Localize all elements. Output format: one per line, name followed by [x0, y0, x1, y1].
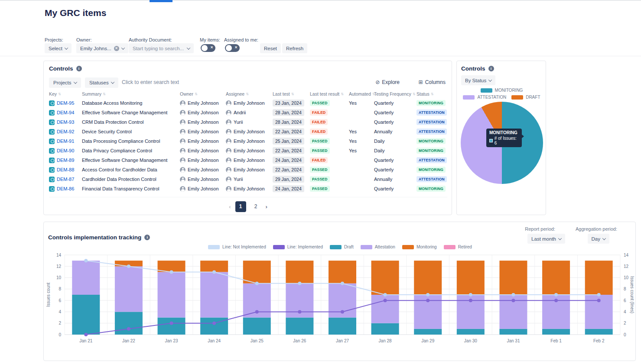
cell-assignee: Yurii: [226, 177, 273, 182]
page-button-2[interactable]: 2: [251, 201, 261, 212]
legend-swatch: [330, 245, 342, 249]
svg-text:Jan 25: Jan 25: [251, 338, 264, 343]
column-header-key[interactable]: Key⇅: [49, 91, 82, 97]
cell-assignee: Emily Johnson: [226, 186, 273, 192]
status-badge: MONITORING: [416, 186, 446, 192]
projects-filter-select[interactable]: Select: [45, 43, 72, 53]
chevron-down-icon: [488, 78, 492, 81]
cell-summary: Data Processing Compliance Control: [82, 139, 180, 144]
svg-text:Jan 31: Jan 31: [507, 338, 520, 343]
pie-tooltip: MONITORING # of Issues: 6: [486, 129, 522, 147]
legend-swatch: [463, 95, 475, 100]
table-row: DEM-92Device Security ControlEmily Johns…: [49, 127, 447, 136]
svg-text:Jan 24: Jan 24: [208, 338, 221, 343]
person-icon: [180, 110, 185, 116]
divider: [0, 56, 641, 56]
pagination: ‹12›: [49, 197, 447, 212]
cell-status: MONITORING: [416, 167, 447, 173]
pie-legend-item[interactable]: ATTESTATION: [463, 95, 506, 100]
issue-key-link[interactable]: DEM-92: [57, 129, 74, 134]
status-badge: MONITORING: [416, 100, 446, 106]
pie-legend-item[interactable]: MONITORING: [481, 88, 523, 93]
column-header-last-test-result[interactable]: Last test result⇅: [310, 91, 349, 97]
by-status-select[interactable]: By Status: [461, 75, 495, 85]
table-row: DEM-90Data Privacy Compliance ControlEmi…: [49, 146, 447, 155]
assigned-to-me-toggle[interactable]: ✕: [225, 44, 240, 52]
sort-arrows-icon: ⇅: [58, 92, 61, 96]
explore-button[interactable]: ⊘ Explore: [375, 79, 400, 85]
cell-summary: Device Security Control: [82, 129, 180, 134]
table-projects-filter[interactable]: Projects: [49, 77, 81, 88]
person-icon: [226, 139, 231, 144]
top-divider: [0, 0, 641, 1]
control-type-icon: [49, 167, 55, 173]
info-icon[interactable]: i: [488, 66, 494, 71]
svg-text:Jan 29: Jan 29: [421, 338, 434, 343]
cell-owner: Emily Johnson: [180, 139, 226, 144]
cell-status: MONITORING: [416, 138, 447, 144]
issue-key-link[interactable]: DEM-95: [57, 100, 74, 106]
result-badge: PASSED: [310, 167, 330, 173]
prev-page-button[interactable]: ‹: [229, 203, 231, 210]
cell-assignee: Andrii: [226, 110, 273, 116]
owner-filter-select[interactable]: Emily Johns... ✕: [76, 43, 128, 53]
column-header-status[interactable]: Status⇅: [416, 91, 447, 97]
issue-key-link[interactable]: DEM-91: [57, 139, 74, 144]
table-row: DEM-91Data Processing Compliance Control…: [49, 136, 447, 146]
reset-button[interactable]: Reset: [260, 43, 281, 53]
column-header-testing-frequency[interactable]: Testing Frequency⇅: [374, 91, 416, 97]
control-type-icon: [49, 119, 55, 125]
cell-summary: Database Access Monitoring: [82, 100, 180, 106]
cell-summary: Effective Software Change Management: [82, 110, 180, 115]
cell-key: DEM-95: [49, 100, 82, 106]
cell-status: ATTESTATION: [416, 157, 447, 163]
circle-x-icon[interactable]: ✕: [114, 46, 119, 51]
report-period-select[interactable]: Last month: [527, 234, 565, 244]
my-items-toggle[interactable]: ✕: [201, 44, 215, 52]
info-icon[interactable]: i: [144, 235, 150, 240]
issue-key-link[interactable]: DEM-88: [57, 167, 74, 172]
columns-button[interactable]: ⊞ Columns: [419, 79, 446, 85]
table-search-input[interactable]: Click to enter search text: [122, 79, 179, 85]
by-status-value: By Status: [465, 78, 486, 83]
aggregation-period-label: Aggregation period:: [576, 226, 617, 232]
issue-key-link[interactable]: DEM-90: [57, 148, 74, 153]
table-statuses-filter[interactable]: Statuses: [85, 77, 118, 88]
issue-key-link[interactable]: DEM-86: [57, 186, 74, 191]
issue-key-link[interactable]: DEM-87: [57, 177, 74, 182]
svg-text:12: 12: [56, 264, 62, 269]
authority-document-select[interactable]: Start typing to search...: [129, 43, 194, 53]
aggregation-period-select[interactable]: Day: [588, 234, 609, 244]
column-header-label: Summary: [82, 91, 101, 97]
cell-automated: Yes: [349, 100, 374, 106]
svg-text:Jan 21: Jan 21: [79, 338, 92, 343]
legend-swatch: [208, 245, 220, 249]
column-header-owner[interactable]: Owner⇅: [180, 91, 226, 97]
pie-legend-item[interactable]: DRAFT: [511, 95, 540, 100]
chevron-down-icon: [65, 46, 68, 49]
svg-text:Issues count: Issues count: [46, 283, 51, 307]
page-button-1[interactable]: 1: [235, 201, 246, 212]
cell-frequency: Quarterly: [374, 167, 416, 172]
column-header-automated[interactable]: Automated⇅: [349, 91, 374, 97]
page-title: My GRC items: [45, 8, 106, 18]
column-header-assignee[interactable]: Assignee⇅: [226, 91, 273, 97]
person-icon: [180, 158, 185, 163]
control-type-icon: [49, 177, 55, 182]
cell-last-test: 28 Jan, 2024: [273, 119, 310, 126]
issue-key-link[interactable]: DEM-89: [57, 158, 74, 163]
issue-key-link[interactable]: DEM-93: [57, 119, 74, 125]
svg-text:Jan 27: Jan 27: [336, 338, 349, 343]
column-header-last-test[interactable]: Last test⇅: [273, 91, 310, 97]
cell-frequency: Quarterly: [374, 110, 416, 115]
refresh-button[interactable]: Refresh: [282, 43, 307, 53]
chevron-down-icon: [602, 236, 606, 240]
table-row: DEM-95Database Access MonitoringEmily Jo…: [49, 98, 447, 108]
column-header-summary[interactable]: Summary⇅: [82, 91, 180, 97]
assignee-name: Yurii: [234, 177, 243, 182]
info-icon[interactable]: i: [76, 66, 82, 71]
cell-result: FAILED: [310, 110, 349, 116]
implementation-chart: 0022446688101012121414Jan 21Jan 22Jan 23…: [44, 249, 635, 361]
next-page-button[interactable]: ›: [266, 203, 267, 210]
issue-key-link[interactable]: DEM-94: [57, 110, 74, 115]
